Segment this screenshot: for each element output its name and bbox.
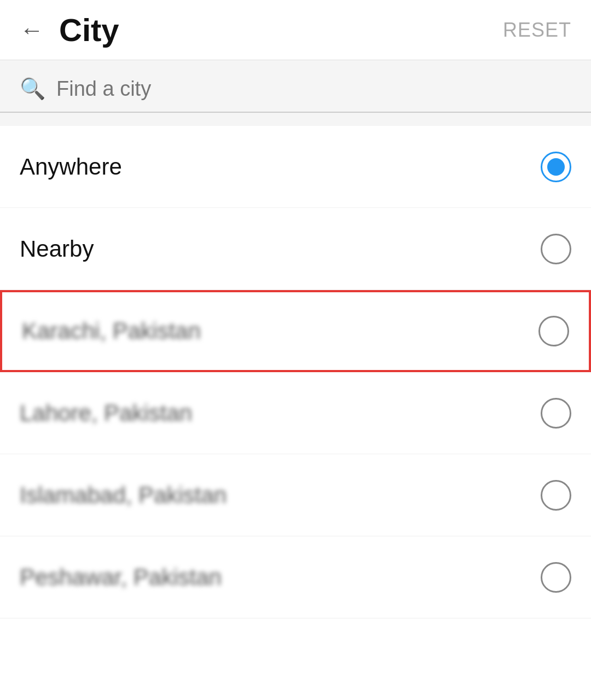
list-item-anywhere[interactable]: Anywhere bbox=[0, 126, 591, 208]
item-label-karachi: Karachi, Pakistan bbox=[22, 318, 201, 344]
radio-karachi[interactable] bbox=[538, 316, 569, 346]
list-item-lahore[interactable]: Lahore, Pakistan bbox=[0, 372, 591, 454]
item-label-lahore: Lahore, Pakistan bbox=[20, 400, 192, 426]
item-label-peshawar: Peshawar, Pakistan bbox=[20, 564, 222, 591]
radio-islamabad[interactable] bbox=[541, 480, 571, 511]
city-list: Anywhere Nearby Karachi, Pakistan Lahore… bbox=[0, 126, 591, 618]
header-left: ← City bbox=[20, 11, 119, 48]
page-title: City bbox=[59, 11, 119, 48]
list-item-nearby[interactable]: Nearby bbox=[0, 208, 591, 290]
search-inner: 🔍 bbox=[20, 77, 571, 112]
search-area: 🔍 bbox=[0, 60, 591, 113]
separator bbox=[0, 113, 591, 126]
back-button[interactable]: ← bbox=[20, 16, 44, 44]
radio-nearby[interactable] bbox=[541, 234, 571, 264]
item-label-anywhere: Anywhere bbox=[20, 154, 122, 180]
item-label-islamabad: Islamabad, Pakistan bbox=[20, 482, 227, 508]
item-label-nearby: Nearby bbox=[20, 236, 94, 262]
radio-anywhere[interactable] bbox=[541, 152, 571, 182]
search-input[interactable] bbox=[56, 77, 571, 101]
list-item-karachi[interactable]: Karachi, Pakistan bbox=[0, 290, 591, 372]
header: ← City RESET bbox=[0, 0, 591, 60]
reset-button[interactable]: RESET bbox=[503, 19, 571, 42]
list-item-peshawar[interactable]: Peshawar, Pakistan bbox=[0, 536, 591, 618]
radio-peshawar[interactable] bbox=[541, 562, 571, 593]
search-icon: 🔍 bbox=[20, 77, 45, 101]
radio-lahore[interactable] bbox=[541, 398, 571, 429]
list-item-islamabad[interactable]: Islamabad, Pakistan bbox=[0, 454, 591, 536]
radio-inner-anywhere bbox=[547, 158, 565, 176]
